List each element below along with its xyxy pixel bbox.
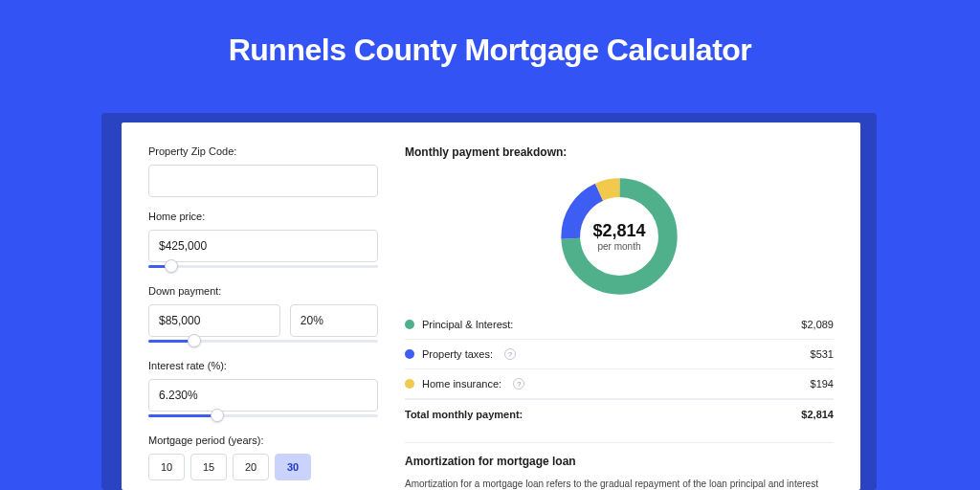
form-left: Property Zip Code: Home price: Down paym… (148, 145, 378, 490)
slider-thumb[interactable] (165, 259, 178, 273)
down-payment-slider[interactable] (148, 335, 378, 346)
legend-value: $2,089 (801, 319, 834, 330)
payment-donut-chart: $2,814 per month (555, 172, 683, 301)
home-price-field: Home price: (148, 211, 378, 272)
period-10-button[interactable]: 10 (148, 454, 185, 480)
legend-row-total: Total monthly payment: $2,814 (405, 399, 834, 429)
down-payment-label: Down payment: (148, 285, 378, 297)
legend-value: $194 (811, 378, 834, 390)
rate-label: Interest rate (%): (148, 360, 378, 371)
period-field: Mortgage period (years): 10 15 20 30 (148, 434, 378, 480)
legend-label: Home insurance: (422, 378, 501, 390)
rate-input[interactable] (148, 379, 378, 412)
info-icon[interactable]: ? (504, 348, 516, 360)
total-value: $2,814 (801, 409, 834, 420)
down-payment-input[interactable] (148, 304, 280, 337)
period-30-button[interactable]: 30 (275, 454, 311, 480)
breakdown-right: Monthly payment breakdown: $2,814 per mo… (405, 145, 834, 490)
breakdown-heading: Monthly payment breakdown: (405, 145, 834, 159)
page-title: Runnels County Mortgage Calculator (0, 0, 980, 68)
period-label: Mortgage period (years): (148, 434, 378, 446)
amort-heading: Amortization for mortgage loan (405, 455, 834, 468)
home-price-label: Home price: (148, 211, 378, 222)
swatch-icon (405, 349, 414, 359)
swatch-icon (405, 320, 414, 329)
legend-row-insurance: Home insurance: ? $194 (405, 369, 834, 399)
legend: Principal & Interest: $2,089 Property ta… (405, 310, 834, 429)
legend-row-principal: Principal & Interest: $2,089 (405, 310, 834, 340)
zip-field: Property Zip Code: (148, 145, 378, 197)
zip-label: Property Zip Code: (148, 145, 378, 157)
period-15-button[interactable]: 15 (190, 454, 227, 480)
period-20-button[interactable]: 20 (233, 454, 269, 480)
amortization-section: Amortization for mortgage loan Amortizat… (405, 442, 834, 490)
legend-row-taxes: Property taxes: ? $531 (405, 340, 834, 369)
legend-label: Principal & Interest: (422, 319, 513, 330)
calculator-panel: Property Zip Code: Home price: Down paym… (122, 122, 860, 490)
total-label: Total monthly payment: (405, 409, 523, 420)
donut-wrap: $2,814 per month (405, 168, 834, 310)
legend-value: $531 (811, 348, 834, 360)
rate-field: Interest rate (%): (148, 360, 378, 421)
zip-input[interactable] (148, 165, 378, 197)
amort-body: Amortization for a mortgage loan refers … (405, 478, 834, 490)
slider-thumb[interactable] (188, 334, 201, 347)
down-payment-field: Down payment: (148, 285, 378, 346)
rate-slider[interactable] (148, 410, 378, 421)
down-payment-pct-input[interactable] (290, 304, 378, 337)
legend-label: Property taxes: (422, 348, 493, 360)
home-price-input[interactable] (148, 230, 378, 262)
info-icon[interactable]: ? (513, 378, 524, 390)
home-price-slider[interactable] (148, 260, 378, 272)
slider-thumb[interactable] (211, 409, 224, 422)
donut-sub: per month (597, 241, 640, 252)
donut-amount: $2,814 (592, 221, 645, 241)
swatch-icon (405, 379, 414, 389)
